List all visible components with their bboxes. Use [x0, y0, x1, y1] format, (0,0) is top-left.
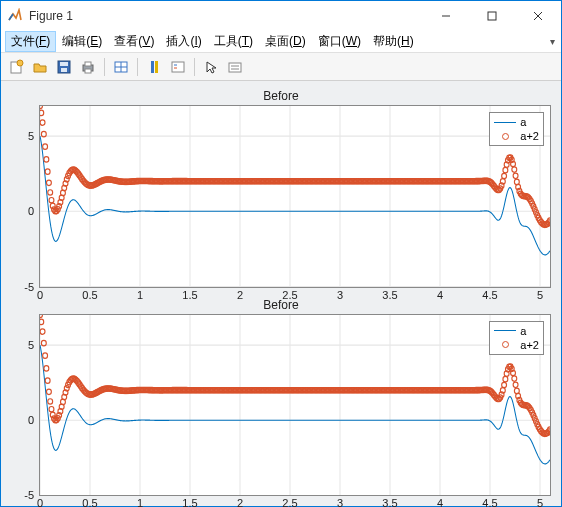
svg-point-825 [513, 382, 518, 387]
svg-point-456 [43, 352, 48, 357]
svg-rect-20 [229, 63, 241, 72]
open-button[interactable] [29, 56, 51, 78]
axes-1[interactable]: -505 00.511.522.533.544.55 a a+2 [39, 105, 551, 288]
toolbar [1, 53, 561, 81]
circle-swatch-icon [494, 133, 516, 140]
svg-point-45 [48, 190, 53, 195]
legend-entry-a[interactable]: a [494, 115, 539, 129]
yticklabels: -505 [12, 106, 36, 287]
subplot-1: Before -505 00.511.522.533.544.55 a a+2 [11, 89, 551, 288]
svg-point-38 [40, 110, 44, 115]
svg-point-458 [45, 377, 50, 382]
toolbar-separator [104, 58, 105, 76]
svg-point-460 [48, 398, 53, 403]
legend[interactable]: a a+2 [489, 321, 544, 355]
plot-svg-1 [40, 106, 550, 287]
line-swatch-icon [494, 122, 516, 123]
matlab-logo-icon [7, 8, 23, 24]
svg-rect-17 [172, 62, 184, 72]
svg-point-410 [513, 173, 518, 178]
plot-svg-2 [40, 315, 550, 496]
legend-label: a+2 [520, 339, 539, 351]
svg-point-459 [46, 389, 51, 394]
svg-rect-16 [155, 61, 158, 73]
svg-rect-11 [85, 69, 91, 73]
axes-2[interactable]: -505 00.511.522.533.544.55 a a+2 [39, 314, 551, 497]
menu-file[interactable]: 文件(F) [5, 31, 56, 52]
menu-edit[interactable]: 编辑(E) [56, 31, 108, 52]
legend-entry-b[interactable]: a+2 [494, 338, 539, 352]
menu-window[interactable]: 窗口(W) [312, 31, 367, 52]
titlebar[interactable]: Figure 1 [1, 1, 561, 31]
toolbar-separator [194, 58, 195, 76]
window-title: Figure 1 [29, 9, 423, 23]
legend-entry-b[interactable]: a+2 [494, 129, 539, 143]
axes-title: Before [11, 298, 551, 312]
legend-label: a [520, 325, 526, 337]
circle-swatch-icon [494, 341, 516, 348]
svg-point-454 [40, 328, 45, 333]
print-button[interactable] [77, 56, 99, 78]
colorbar-button[interactable] [143, 56, 165, 78]
new-figure-button[interactable] [5, 56, 27, 78]
menu-view[interactable]: 查看(V) [108, 31, 160, 52]
figure-window: Figure 1 文件(F) 编辑(E) 查看(V) 插入(I) 工具(T) 桌… [0, 0, 562, 507]
minimize-button[interactable] [423, 1, 469, 31]
close-button[interactable] [515, 1, 561, 31]
plotedit-button[interactable] [224, 56, 246, 78]
svg-point-453 [40, 319, 44, 324]
svg-point-5 [17, 60, 23, 66]
svg-point-42 [44, 157, 49, 162]
svg-point-461 [49, 406, 54, 411]
svg-point-411 [514, 179, 519, 184]
xticklabels: 00.511.522.533.544.55 [40, 497, 550, 507]
svg-point-41 [43, 144, 48, 149]
svg-point-826 [514, 388, 519, 393]
legend[interactable]: a a+2 [489, 112, 544, 146]
menubar: 文件(F) 编辑(E) 查看(V) 插入(I) 工具(T) 桌面(D) 窗口(W… [1, 31, 561, 53]
toolbar-separator [137, 58, 138, 76]
menu-insert[interactable]: 插入(I) [160, 31, 207, 52]
menu-help[interactable]: 帮助(H) [367, 31, 420, 52]
legend-entry-a[interactable]: a [494, 324, 539, 338]
svg-rect-8 [61, 68, 67, 72]
figure-canvas: Before -505 00.511.522.533.544.55 a a+2 … [1, 81, 561, 506]
svg-point-824 [512, 375, 517, 380]
svg-point-39 [40, 120, 45, 125]
menu-desktop[interactable]: 桌面(D) [259, 31, 312, 52]
pointer-button[interactable] [200, 56, 222, 78]
legend-button[interactable] [167, 56, 189, 78]
svg-point-401 [502, 173, 507, 178]
svg-point-816 [502, 382, 507, 387]
svg-point-409 [512, 167, 517, 172]
svg-point-457 [44, 365, 49, 370]
menubar-overflow-icon[interactable]: ▾ [550, 36, 555, 47]
svg-point-43 [45, 169, 50, 174]
maximize-button[interactable] [469, 1, 515, 31]
save-button[interactable] [53, 56, 75, 78]
legend-label: a [520, 116, 526, 128]
datacursor-button[interactable] [110, 56, 132, 78]
svg-point-44 [46, 180, 51, 185]
svg-rect-7 [60, 62, 68, 66]
legend-label: a+2 [520, 130, 539, 142]
svg-rect-15 [151, 61, 154, 73]
yticklabels: -505 [12, 315, 36, 496]
svg-point-817 [503, 376, 508, 381]
svg-point-46 [49, 197, 54, 202]
svg-rect-1 [488, 12, 496, 20]
subplot-2: Before -505 00.511.522.533.544.55 a a+2 [11, 298, 551, 497]
axes-title: Before [11, 89, 551, 103]
svg-rect-10 [85, 62, 91, 66]
line-swatch-icon [494, 330, 516, 331]
svg-point-402 [503, 167, 508, 172]
menu-tools[interactable]: 工具(T) [208, 31, 259, 52]
